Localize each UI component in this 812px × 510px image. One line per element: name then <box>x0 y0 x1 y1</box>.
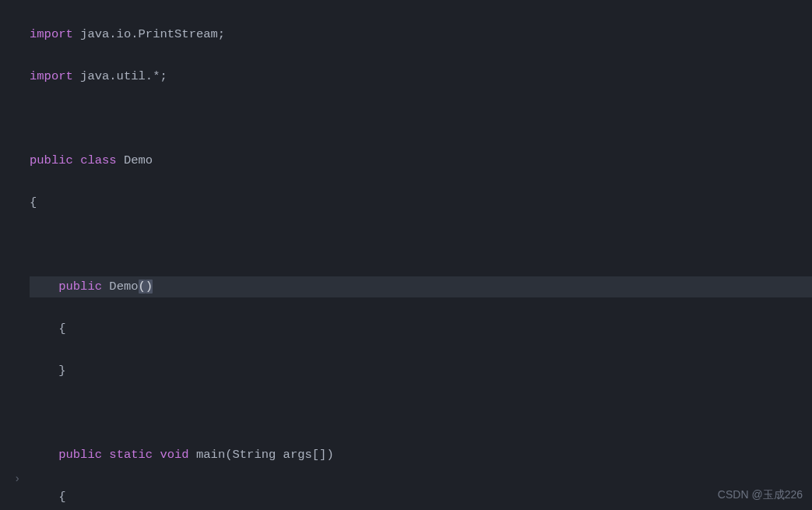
class-name: Demo <box>117 153 153 167</box>
watermark-text: CSDN @玉成226 <box>718 484 803 505</box>
code-line: { <box>30 192 812 213</box>
keyword-public: public <box>58 448 102 462</box>
code-line: import java.util.*; <box>30 66 812 87</box>
matched-paren: ) <box>146 280 153 294</box>
code-editor[interactable]: import java.io.PrintStream; import java.… <box>0 0 812 510</box>
code-line: { <box>30 487 812 508</box>
keyword-import: import <box>30 27 73 41</box>
fold-chevron-icon[interactable]: › <box>14 469 20 490</box>
code-line: { <box>30 318 812 339</box>
code-line: } <box>30 361 812 382</box>
open-brace: { <box>30 195 37 209</box>
keyword-public: public <box>58 280 102 294</box>
code-line <box>30 403 812 424</box>
keyword-static: static <box>109 448 153 462</box>
code-line-current: public Demo() <box>30 276 812 297</box>
code-line <box>30 234 812 255</box>
code-line <box>30 108 812 129</box>
code-line: public static void main(String args[]) <box>30 445 812 466</box>
matched-paren: ( <box>139 280 146 294</box>
keyword-public: public <box>30 153 73 167</box>
keyword-void: void <box>160 448 188 462</box>
keyword-import: import <box>30 69 73 83</box>
code-line: import java.io.PrintStream; <box>30 24 812 45</box>
code-line: public class Demo <box>30 150 812 171</box>
keyword-class: class <box>80 153 117 167</box>
